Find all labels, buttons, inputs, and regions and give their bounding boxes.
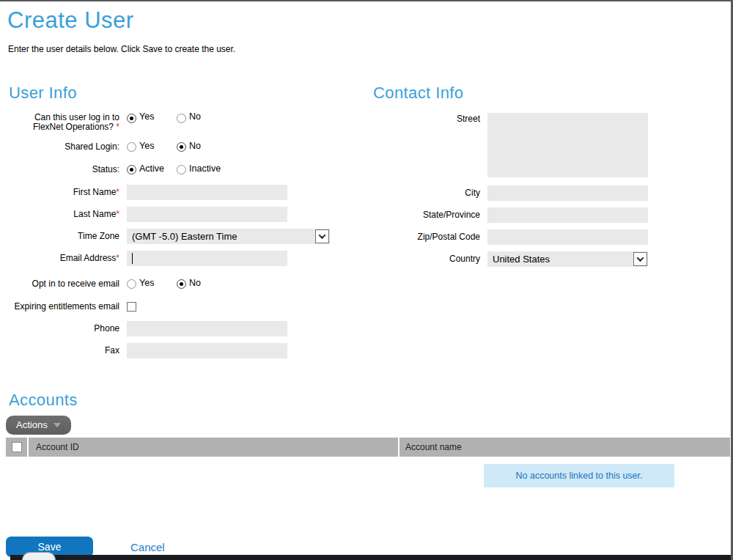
chevron-down-icon [637,254,644,262]
fax-row: Fax [6,343,370,358]
city-input[interactable] [487,185,648,201]
status-inactive-label: Inactive [189,163,221,174]
opt-in-yes-label: Yes [139,278,154,288]
phone-label: Phone [6,324,119,334]
status-active-label: Active [139,163,164,174]
phone-input[interactable] [127,321,287,336]
time-zone-select[interactable]: (GMT -5.0) Eastern Time [127,229,330,244]
login-yes-radio[interactable] [127,114,136,123]
opt-in-row: Opt in to receive email Yes No [6,276,370,292]
opt-in-yes-radio[interactable] [127,279,136,289]
opt-in-yes-option[interactable]: Yes [127,279,177,290]
country-value: United States [493,254,550,265]
last-name-input[interactable] [127,207,287,222]
expiring-email-row: Expiring entitlements email [6,299,370,314]
state-input[interactable] [487,207,648,223]
select-all-checkbox[interactable] [12,442,22,452]
create-user-page: Create User Enter the user details below… [0,0,733,560]
text-caret [132,253,133,264]
opt-in-no-option[interactable]: No [177,279,226,290]
email-label: Email Address* [6,254,119,263]
first-name-input[interactable] [127,185,287,200]
shared-login-no-radio[interactable] [177,142,186,152]
accounts-table-header: Account ID Account name [6,438,730,457]
fax-label: Fax [6,346,119,355]
shared-login-no-label: No [189,141,201,151]
contact-info-heading: Contact Info [373,84,731,103]
country-dropdown-button[interactable] [633,252,647,266]
cancel-link[interactable]: Cancel [130,541,165,553]
street-textarea[interactable] [487,113,648,177]
form-columns: User Info Can this user log in to FlexNe… [6,84,731,365]
status-inactive-radio[interactable] [177,165,186,174]
opt-in-label: Opt in to receive email [6,279,119,289]
first-name-row: First Name* [6,185,370,200]
actions-button[interactable]: Actions [6,416,71,435]
page-title: Create User [7,7,731,34]
status-active-option[interactable]: Active [127,165,177,175]
login-no-radio[interactable] [177,114,186,123]
fax-input[interactable] [127,343,287,358]
required-asterisk: * [116,253,119,263]
phone-row: Phone [6,321,370,336]
select-all-cell [6,438,27,457]
form-footer: Save Cancel [6,537,731,557]
zip-label: Zip/Postal Code [370,232,480,242]
dropdown-caret-icon [54,423,61,427]
contact-info-section: Contact Info Street City State/Province … [370,84,731,365]
required-asterisk: * [116,209,119,219]
collapsed-widget-handle[interactable] [22,552,56,560]
chevron-down-icon [319,232,326,239]
city-label: City [370,188,480,198]
status-label: Status: [6,165,119,174]
shared-login-yes-option[interactable]: Yes [127,142,177,152]
status-row: Status: Active Inactive [6,162,370,177]
login-question-row: Can this user log in to FlexNet Operatio… [6,113,370,132]
shared-login-row: Shared Login: Yes No [6,139,370,155]
time-zone-value: (GMT -5.0) Eastern Time [132,231,237,242]
country-row: Country United States [370,251,731,267]
page-subtitle: Enter the user details below. Click Save… [8,44,731,54]
accounts-heading: Accounts [9,391,731,410]
shared-login-no-option[interactable]: No [177,142,226,152]
zip-row: Zip/Postal Code [370,229,731,245]
street-label: Street [370,113,480,124]
state-row: State/Province [370,207,731,223]
last-name-label: Last Name* [6,210,119,219]
login-yes-label: Yes [139,111,154,122]
expiring-email-checkbox[interactable] [127,302,136,312]
email-row: Email Address* [6,251,370,266]
account-id-column-header: Account ID [29,438,398,457]
zip-input[interactable] [487,229,648,245]
required-asterisk: * [114,122,119,132]
shared-login-yes-label: Yes [139,141,154,151]
country-select[interactable]: United States [487,251,648,267]
state-label: State/Province [370,210,480,220]
login-question-label: Can this user log in to FlexNet Operatio… [6,113,119,132]
status-inactive-option[interactable]: Inactive [177,165,226,175]
street-row: Street [370,113,731,177]
time-zone-label: Time Zone [6,232,119,241]
last-name-row: Last Name* [6,207,370,222]
user-info-section: User Info Can this user log in to FlexNe… [6,84,370,365]
shared-login-label: Shared Login: [6,142,119,152]
time-zone-row: Time Zone (GMT -5.0) Eastern Time [6,229,370,244]
expiring-email-label: Expiring entitlements email [6,302,119,312]
country-label: Country [370,254,480,264]
actions-button-label: Actions [16,419,48,430]
email-field-wrapper [127,251,287,266]
shared-login-yes-radio[interactable] [127,142,136,152]
time-zone-dropdown-button[interactable] [315,229,329,243]
opt-in-no-radio[interactable] [177,279,186,289]
account-name-column-header: Account name [399,438,730,457]
status-active-radio[interactable] [127,165,136,174]
first-name-label: First Name* [6,188,119,197]
login-yes-option[interactable]: Yes [127,113,177,123]
city-row: City [370,185,731,201]
email-input[interactable] [127,251,287,266]
opt-in-no-label: No [189,278,201,288]
no-accounts-message: No accounts linked to this user. [484,464,674,487]
required-asterisk: * [116,187,119,197]
login-no-label: No [189,111,201,122]
login-no-option[interactable]: No [177,113,226,123]
